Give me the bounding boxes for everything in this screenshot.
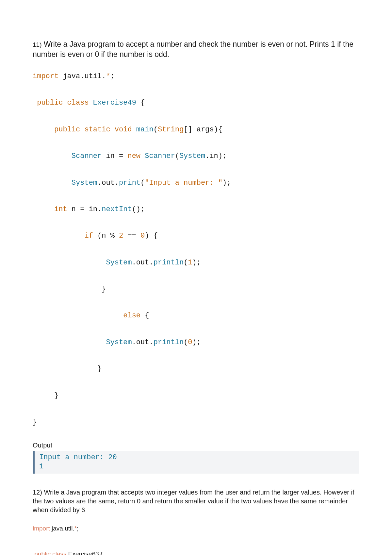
code-block-11: import java.util.*; public class Exercis…	[33, 70, 359, 429]
document-page: 11) Write a Java program to accept a num…	[0, 0, 392, 555]
question-11-number: 11)	[33, 41, 41, 48]
question-12-number: 12)	[33, 489, 42, 496]
question-12-text: Write a Java program that accepts two in…	[33, 489, 354, 513]
question-12: 12) Write a Java program that accepts tw…	[33, 488, 359, 514]
output-line-1: Input a number: 20	[39, 453, 117, 462]
code-block-12: import java.util.*; public class Exercis…	[33, 522, 359, 555]
output-box: Input a number: 20 1	[33, 451, 359, 474]
output-line-2: 1	[39, 462, 43, 471]
output-label: Output	[33, 442, 359, 449]
question-11-text: Write a Java program to accept a number …	[33, 40, 353, 59]
question-11: 11) Write a Java program to accept a num…	[33, 39, 359, 59]
